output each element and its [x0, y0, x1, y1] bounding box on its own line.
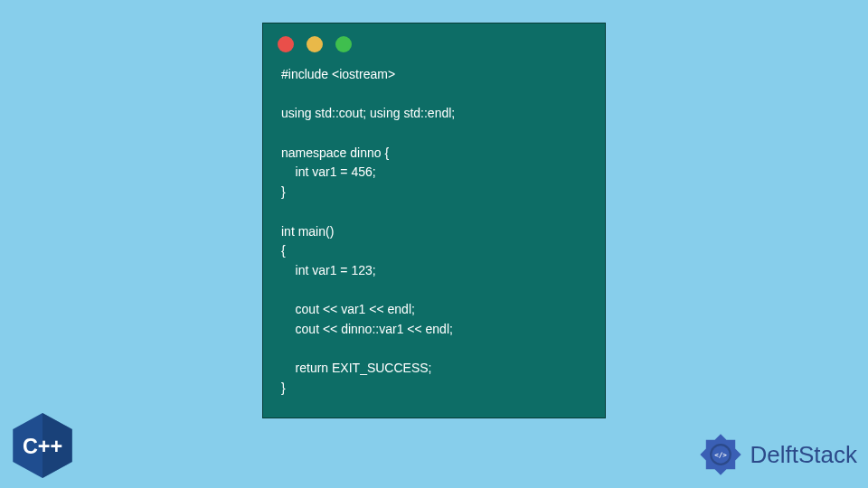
cpp-logo-icon: C++ — [7, 410, 78, 481]
brand-logo-icon: </> — [696, 430, 745, 479]
minimize-icon — [307, 36, 323, 52]
cpp-label: C++ — [23, 435, 62, 458]
code-block: #include <iostream> using std::cout; usi… — [263, 52, 605, 415]
svg-text:</>: </> — [714, 451, 727, 459]
brand-name: DelftStack — [750, 441, 858, 469]
brand-area: </> DelftStack — [696, 430, 858, 479]
close-icon — [278, 36, 294, 52]
window-controls — [263, 23, 605, 52]
maximize-icon — [335, 36, 352, 52]
code-window: #include <iostream> using std::cout; usi… — [262, 23, 606, 418]
